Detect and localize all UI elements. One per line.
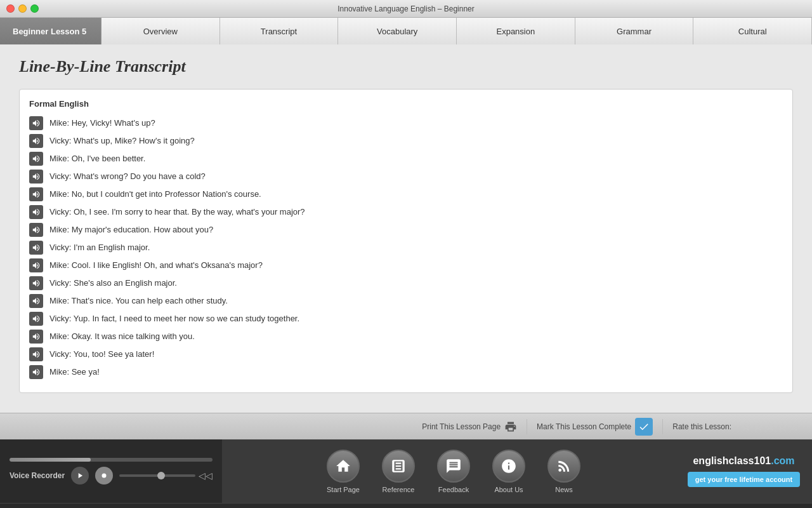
transcript-line: Mike: Okay. It was nice talking with you… [29,330,783,344]
audio-play-button-12[interactable] [29,330,43,344]
transcript-line: Vicky: Yup. In fact, I need to meet her … [29,312,783,326]
audio-play-button-7[interactable] [29,241,43,255]
transcript-line: Mike: Cool. I like English! Oh, and what… [29,258,783,272]
content-area: Line-By-Line Transcript Formal English M… [0,44,812,413]
tab-transcript[interactable]: Transcript [220,18,339,44]
transcript-line: Vicky: What's up, Mike? How's it going? [29,134,783,148]
star-2[interactable]: ☆ [753,420,763,434]
audio-play-button-6[interactable] [29,223,43,237]
audio-play-button-3[interactable] [29,170,43,184]
about-us-label: About Us [494,486,523,493]
feedback-icon [445,458,462,474]
close-button[interactable] [6,4,15,13]
transcript-line: Mike: Hey, Vicky! What's up? [29,116,783,130]
tab-cultural[interactable]: Cultural [693,18,812,44]
tab-active-lesson[interactable]: Beginner Lesson 5 [0,18,102,44]
star-rating[interactable]: ☆ ☆ ☆ ☆ ☆ [741,420,799,434]
transcript-section-header: Formal English [29,99,783,109]
print-button[interactable]: Print This Lesson Page [422,420,517,433]
speaker-icon [32,137,41,145]
feedback-icon-circle [437,450,470,483]
transcript-line: Mike: No, but I couldn't get into Profes… [29,187,783,201]
maximize-button[interactable] [30,4,39,13]
audio-play-button-8[interactable] [29,258,43,272]
transcript-text: Vicky: I'm an English major. [49,242,150,253]
brand-suffix: .com [771,455,794,466]
start-page-label: Start Page [327,486,360,493]
nav-reference[interactable]: Reference [382,450,415,493]
bottom-toolbar: Print This Lesson Page Mark This Lesson … [0,413,812,439]
news-label: News [555,486,573,493]
transcript-text: Vicky: Yup. In fact, I need to meet her … [49,313,299,324]
voice-recorder: Voice Recorder ◁◁ [0,439,222,503]
audio-play-button-11[interactable] [29,312,43,326]
start-page-icon-circle [327,450,360,483]
nav-start-page[interactable]: Start Page [327,450,360,493]
window-controls[interactable] [6,4,39,13]
about-us-icon-circle [492,450,525,483]
tab-expansion[interactable]: Expansion [457,18,575,44]
page-title: Line-By-Line Transcript [19,57,793,76]
window-title: Innovative Language English – Beginner [337,4,475,13]
tab-bar: Beginner Lesson 5 Overview Transcript Vo… [0,18,812,44]
complete-button[interactable]: Mark This Lesson Complete [537,418,653,436]
print-icon [504,420,517,433]
audio-play-button-13[interactable] [29,347,43,361]
star-3[interactable]: ☆ [765,420,775,434]
transcript-text: Mike: Cool. I like English! Oh, and what… [49,260,263,271]
audio-play-button-9[interactable] [29,276,43,290]
transcript-line: Mike: My major's education. How about yo… [29,223,783,237]
audio-play-button-10[interactable] [29,294,43,308]
audio-play-button-0[interactable] [29,116,43,130]
star-4[interactable]: ☆ [777,420,787,434]
speaker-icon [32,154,41,163]
transcript-box: Formal English Mike: Hey, Vicky! What's … [19,89,793,393]
transcript-line: Vicky: Oh, I see. I'm sorry to hear that… [29,205,783,219]
minimize-button[interactable] [18,4,27,13]
audio-play-button-2[interactable] [29,152,43,166]
complete-label: Mark This Lesson Complete [537,422,631,431]
tab-grammar[interactable]: Grammar [575,18,694,44]
check-icon [638,421,650,432]
transcript-text: Vicky: What's wrong? Do you have a cold? [49,171,206,182]
nav-feedback[interactable]: Feedback [437,450,470,493]
star-1[interactable]: ☆ [741,420,751,434]
volume-icon: ◁◁ [199,471,213,481]
nav-news[interactable]: News [547,450,580,493]
home-icon [335,458,351,474]
transcript-text: Mike: Oh, I've been better. [49,153,145,164]
record-button[interactable] [95,467,113,485]
speaker-icon [32,261,41,270]
nav-icons: Start Page Reference Feedback About Us N… [222,450,685,493]
complete-checkbox[interactable] [635,418,653,436]
tab-overview[interactable]: Overview [102,18,220,44]
about-icon [501,458,517,474]
transcript-lines: Mike: Hey, Vicky! What's up? Vicky: What… [29,116,783,379]
nav-about-us[interactable]: About Us [492,450,525,493]
divider-1 [527,419,527,434]
audio-play-button-5[interactable] [29,205,43,219]
print-label: Print This Lesson Page [422,422,501,431]
slider-thumb [157,472,165,479]
play-button[interactable] [71,467,89,485]
divider-2 [662,419,663,434]
volume-slider[interactable]: ◁◁ [119,471,213,481]
svg-point-0 [102,474,107,478]
transcript-line: Mike: Oh, I've been better. [29,152,783,166]
reference-label: Reference [383,486,415,493]
transcript-text: Mike: See ya! [49,366,100,378]
play-icon [75,471,84,480]
audio-play-button-1[interactable] [29,134,43,148]
tab-vocabulary[interactable]: Vocabulary [338,18,457,44]
transcript-line: Mike: See ya! [29,365,783,379]
transcript-line: Mike: That's nice. You can help each oth… [29,294,783,308]
footer-nav: Voice Recorder ◁◁ Start Page [0,439,812,503]
star-5[interactable]: ☆ [789,420,799,434]
transcript-line: Vicky: She's also an English major. [29,276,783,290]
brand-cta-button[interactable]: get your free lifetime account [688,472,800,487]
active-tab-label: Beginner Lesson 5 [13,27,86,36]
transcript-text: Mike: Hey, Vicky! What's up? [49,117,155,129]
recorder-progress [10,458,213,462]
audio-play-button-4[interactable] [29,187,43,201]
audio-play-button-14[interactable] [29,365,43,379]
